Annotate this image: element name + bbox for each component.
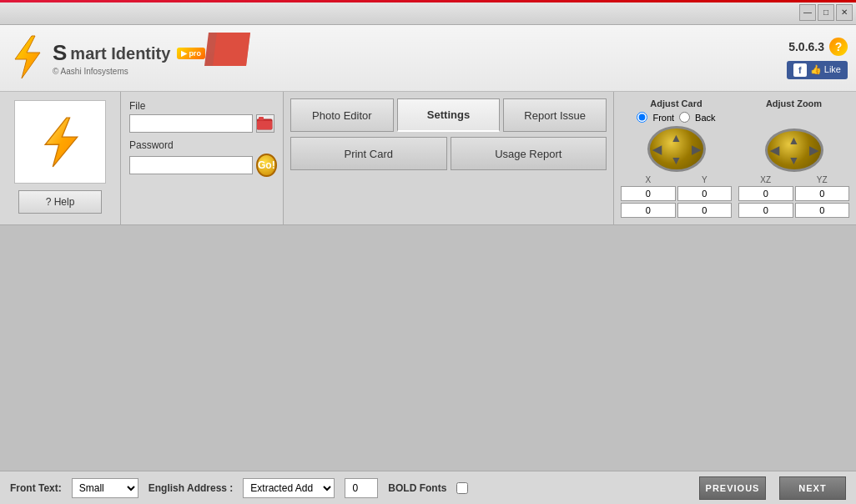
version-area: 5.0.6.3 ? <box>788 38 848 56</box>
front-text-select[interactable]: Small Medium Large <box>72 478 138 498</box>
yz-coord-input-2[interactable] <box>795 203 850 218</box>
canvas-area <box>0 225 856 471</box>
adjust-zoom-knob[interactable]: ▲ ▼ ◀ ▶ <box>765 129 823 172</box>
logo-name: mart Identity <box>70 43 170 63</box>
yz-coord-label: YZ <box>795 175 850 184</box>
app-logo-box <box>14 100 106 184</box>
close-button[interactable]: ✕ <box>836 4 853 21</box>
front-text-label: Front Text: <box>10 482 62 494</box>
bold-fonts-checkbox[interactable] <box>456 482 468 494</box>
knob-left-arrow: ◀ <box>652 143 662 156</box>
maximize-button[interactable]: □ <box>818 4 834 21</box>
logo-bolt-large <box>38 115 83 169</box>
bold-fonts-label: BOLD Fonts <box>388 482 446 494</box>
knob-up-arrow: ▲ <box>671 131 682 144</box>
x-coord-input-2[interactable] <box>621 203 676 218</box>
xz-coord-input-1[interactable] <box>738 186 793 201</box>
svg-marker-0 <box>15 36 40 78</box>
go-button[interactable]: Go! <box>256 154 277 177</box>
yz-coord-input-1[interactable] <box>795 186 850 201</box>
bottom-bar: Front Text: Small Medium Large English A… <box>0 471 856 504</box>
xz-coord-input-2[interactable] <box>738 203 793 218</box>
logo-subtitle: © Aashi Infosystems <box>53 67 250 76</box>
front-label: Front <box>652 113 674 123</box>
svg-marker-2 <box>213 33 250 66</box>
back-label: Back <box>695 113 715 123</box>
zoom-knob-down-arrow: ▼ <box>788 154 800 167</box>
folder-icon <box>257 117 274 130</box>
file-field-group: File <box>129 100 274 133</box>
card-coords-grid: X Y <box>621 175 732 218</box>
password-label: Password <box>129 139 274 151</box>
logo-slash-decoration <box>204 33 250 66</box>
logo-text: S mart Identity ▶ pro © Aashi Infosystem… <box>53 40 250 75</box>
zoom-coords-grid: XZ YZ <box>738 175 849 218</box>
title-bar: — □ ✕ <box>0 0 856 25</box>
zoom-knob-up-arrow: ▲ <box>788 134 800 147</box>
x-coord-label: X <box>621 175 676 184</box>
logo-s: S <box>53 40 67 66</box>
y-coord-input-2[interactable] <box>677 203 733 218</box>
adjust-zoom-section: Adjust Zoom ▲ ▼ ◀ ▶ XZ YZ <box>738 98 849 218</box>
password-row: Go! <box>129 154 274 177</box>
knob-right-arrow: ▶ <box>692 143 701 156</box>
knob-down-arrow: ▼ <box>671 154 682 167</box>
svg-rect-5 <box>257 121 272 129</box>
zoom-knob-right-arrow: ▶ <box>809 144 818 157</box>
file-browse-button[interactable] <box>256 114 274 133</box>
y-coord-input-1[interactable] <box>677 186 733 201</box>
title-bar-accent <box>0 0 856 3</box>
radio-row: Front Back <box>637 112 715 123</box>
front-radio[interactable] <box>637 112 647 123</box>
like-label: 👍 Like <box>810 64 841 75</box>
address-spinner[interactable] <box>345 478 378 498</box>
previous-button[interactable]: PREVIOUS <box>699 476 766 500</box>
adjust-card-knob[interactable]: ▲ ▼ ◀ ▶ <box>647 126 706 172</box>
y-coord-label: Y <box>677 175 733 184</box>
left-panel: ? Help <box>0 92 121 224</box>
header: S mart Identity ▶ pro © Aashi Infosystem… <box>0 25 856 92</box>
pro-badge: ▶ pro <box>177 48 205 60</box>
x-coord-input-1[interactable] <box>621 186 676 201</box>
help-button[interactable]: ? Help <box>18 190 102 214</box>
logo-area: S mart Identity ▶ pro © Aashi Infosystem… <box>8 34 250 83</box>
file-label: File <box>129 100 274 112</box>
password-input[interactable] <box>129 156 253 174</box>
file-input-row <box>129 114 274 133</box>
action-row: Print Card Usage Report <box>290 137 607 170</box>
english-address-label: English Address : <box>149 482 234 494</box>
facebook-like-button[interactable]: f 👍 Like <box>787 61 848 79</box>
header-right: 5.0.6.3 ? f 👍 Like <box>787 38 848 79</box>
english-address-select[interactable]: Extracted Add None Custom <box>243 478 335 498</box>
app-logo-icon <box>8 34 46 83</box>
adjust-panel: Adjust Card Front Back ▲ ▼ ◀ ▶ X Y <box>614 92 856 224</box>
xz-coord-label: XZ <box>738 175 793 184</box>
version-text: 5.0.6.3 <box>788 40 824 53</box>
tabs-row: Photo Editor Settings Report Issue <box>290 98 607 132</box>
tab-settings[interactable]: Settings <box>397 98 501 132</box>
next-button[interactable]: NEXT <box>779 476 846 500</box>
back-radio[interactable] <box>679 112 690 123</box>
zoom-knob-left-arrow: ◀ <box>770 144 779 157</box>
adjust-zoom-title: Adjust Zoom <box>766 98 822 108</box>
password-field-group: Password Go! <box>129 139 274 177</box>
minimize-button[interactable]: — <box>799 4 816 21</box>
tabs-panel: Photo Editor Settings Report Issue Print… <box>284 92 614 224</box>
usage-report-button[interactable]: Usage Report <box>451 137 607 170</box>
file-panel: File Password <box>121 92 284 224</box>
tab-report-issue[interactable]: Report Issue <box>503 98 607 132</box>
svg-marker-3 <box>45 118 78 167</box>
adjust-card-section: Adjust Card Front Back ▲ ▼ ◀ ▶ X Y <box>621 98 732 218</box>
help-icon-circle[interactable]: ? <box>829 38 848 56</box>
print-card-button[interactable]: Print Card <box>290 137 447 170</box>
logo-title: S mart Identity ▶ pro <box>53 40 250 66</box>
file-input[interactable] <box>129 114 253 133</box>
tab-photo-editor[interactable]: Photo Editor <box>290 98 394 132</box>
adjust-card-title: Adjust Card <box>650 98 702 108</box>
facebook-icon: f <box>793 63 807 77</box>
svg-rect-6 <box>259 117 264 120</box>
window-controls: — □ ✕ <box>799 4 853 21</box>
